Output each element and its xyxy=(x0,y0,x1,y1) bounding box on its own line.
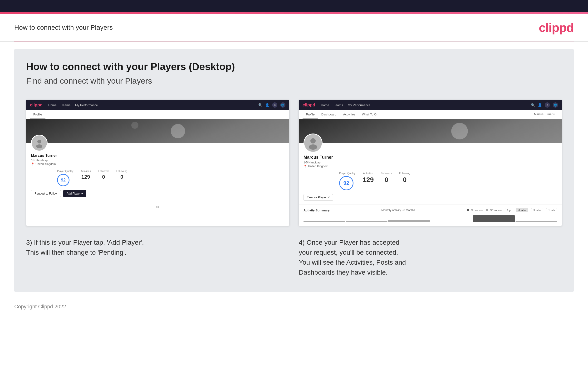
globe-icon-left[interactable]: 🌐 xyxy=(280,102,285,108)
stats-row-left: Player Quality 92 Activities 129 Followe… xyxy=(26,166,289,190)
chart-bar-1 xyxy=(303,221,345,222)
chart-bar-2 xyxy=(346,221,388,222)
chart-bar-3 xyxy=(388,220,430,223)
nav-home-left[interactable]: Home xyxy=(48,103,57,107)
followers-stat-right: Followers 0 xyxy=(381,172,392,184)
nav-performance-left[interactable]: My Performance xyxy=(75,103,98,107)
search-icon-left[interactable]: 🔍 xyxy=(258,103,262,107)
footer-text: Copyright Clippd 2022 xyxy=(14,304,66,309)
main-content: How to connect with your Players (Deskto… xyxy=(14,49,574,292)
avatar-right xyxy=(303,133,322,152)
app-logo-left: clippd xyxy=(30,103,43,108)
activities-stat-right: Activities 129 xyxy=(363,172,374,184)
screenshots-row: clippd Home Teams My Performance 🔍 👤 ⚙ 🌐… xyxy=(26,100,562,226)
nav-teams-right[interactable]: Teams xyxy=(334,103,343,107)
app-navbar-left: clippd Home Teams My Performance 🔍 👤 ⚙ 🌐 xyxy=(26,100,289,110)
globe-icon-right[interactable]: 🌐 xyxy=(553,102,558,108)
settings-icon-right[interactable]: ⚙ xyxy=(545,102,550,108)
player-location-right: 📍 United Kingdom xyxy=(303,165,557,168)
profile-section-left: Marcus Turner 1-5 Handicap 📍 United King… xyxy=(26,143,289,201)
player-handicap-right: 1-5 Handicap xyxy=(303,161,557,164)
main-subtitle: Find and connect with your Players xyxy=(26,76,562,85)
close-icon-remove: ✕ xyxy=(328,196,330,199)
period-1mth[interactable]: 1 mth xyxy=(546,208,557,212)
tab-what-to-on-right[interactable]: What To On xyxy=(359,110,381,119)
activity-period: Monthly Activity · 6 Months xyxy=(381,209,415,212)
descriptions-row: 3) If this is your Player tap, 'Add Play… xyxy=(26,238,562,277)
player-name-dropdown[interactable]: Marcus Turner ▾ xyxy=(531,110,558,119)
screenshot-left: clippd Home Teams My Performance 🔍 👤 ⚙ 🌐… xyxy=(26,100,289,226)
player-handicap-left: 1-5 Handicap xyxy=(31,159,285,162)
activity-controls: On course Off course 1 yr 6 mths 3 mths … xyxy=(467,208,557,212)
page-header: How to connect with your Players clippd xyxy=(0,14,588,42)
svg-point-3 xyxy=(309,144,317,150)
avatar-left xyxy=(31,135,48,151)
svg-point-1 xyxy=(36,144,42,148)
tab-profile-left[interactable]: Profile xyxy=(30,110,45,119)
description-right: 4) Once your Player has acceptedyour req… xyxy=(299,238,562,277)
user-icon-right[interactable]: 👤 xyxy=(538,103,542,107)
followers-stat-left: Followers 0 xyxy=(98,170,109,180)
period-6mths[interactable]: 6 mths xyxy=(516,208,528,212)
clippd-logo: clippd xyxy=(539,20,574,35)
add-player-button-left[interactable]: Add Player + xyxy=(63,190,86,197)
following-stat-left: Following 0 xyxy=(116,170,127,180)
footer: Copyright Clippd 2022 xyxy=(0,299,588,317)
hero-banner-left xyxy=(26,119,289,143)
svg-point-0 xyxy=(37,140,41,143)
chart-bar-4 xyxy=(431,222,472,222)
activities-stat-left: Activities 129 xyxy=(80,170,91,180)
search-icon-right[interactable]: 🔍 xyxy=(531,103,535,107)
user-icon-left[interactable]: 👤 xyxy=(265,103,269,107)
screenshot-right: clippd Home Teams My Performance 🔍 👤 ⚙ 🌐… xyxy=(299,100,562,226)
nav-icons-left: 🔍 👤 ⚙ 🌐 xyxy=(258,102,285,108)
player-quality-stat-right: Player Quality 92 xyxy=(339,172,355,190)
settings-icon-left[interactable]: ⚙ xyxy=(272,102,277,108)
edit-icon-left: ✏ xyxy=(156,204,160,210)
action-buttons-left: Request to Follow Add Player + xyxy=(26,190,289,201)
top-bar xyxy=(0,0,588,12)
player-name-right: Marcus Turner xyxy=(303,155,557,160)
chart-bar-5 xyxy=(473,215,515,222)
period-1yr[interactable]: 1 yr xyxy=(505,208,513,212)
profile-tabs-right: Profile Dashboard Activities What To On … xyxy=(299,110,562,119)
legend-dot-off-course xyxy=(486,209,488,211)
page-title: How to connect with your Players xyxy=(14,24,113,31)
player-name-left: Marcus Turner xyxy=(31,153,285,158)
profile-section-right: Marcus Turner 1-5 Handicap 📍 United King… xyxy=(299,143,562,226)
quality-circle-right: 92 xyxy=(339,176,354,190)
tab-profile-right[interactable]: Profile xyxy=(303,110,318,119)
legend-on-course: On course xyxy=(467,209,483,212)
player-quality-stat-left: Player Quality 92 xyxy=(57,170,73,186)
tab-dashboard-right[interactable]: Dashboard xyxy=(318,110,340,119)
hero-banner-right xyxy=(299,119,562,143)
nav-links-right: Home Teams My Performance xyxy=(321,103,370,107)
nav-performance-right[interactable]: My Performance xyxy=(348,103,370,107)
main-title: How to connect with your Players (Deskto… xyxy=(26,61,562,72)
chart-area xyxy=(303,215,557,222)
follow-button-left[interactable]: Request to Follow xyxy=(31,190,61,197)
location-icon-right: 📍 xyxy=(303,165,307,168)
nav-teams-left[interactable]: Teams xyxy=(61,103,70,107)
period-3mths[interactable]: 3 mths xyxy=(531,208,543,212)
screenshot-bottom-left: ✏ xyxy=(26,201,289,213)
svg-point-2 xyxy=(311,138,316,143)
tab-activities-right[interactable]: Activities xyxy=(340,110,358,119)
stats-row-right: Player Quality 92 Activities 129 Followe… xyxy=(299,168,562,194)
action-buttons-right: Remove Player ✕ xyxy=(299,194,562,205)
nav-links-left: Home Teams My Performance xyxy=(48,103,98,107)
app-navbar-right: clippd Home Teams My Performance 🔍 👤 ⚙ 🌐 xyxy=(299,100,562,110)
activity-header: Activity Summary Monthly Activity · 6 Mo… xyxy=(303,208,557,212)
activity-summary: Activity Summary Monthly Activity · 6 Mo… xyxy=(299,205,562,226)
header-divider xyxy=(14,42,574,42)
player-location-left: 📍 United Kingdom xyxy=(31,162,285,166)
description-left: 3) If this is your Player tap, 'Add Play… xyxy=(26,238,289,277)
tabs-group-right: Profile Dashboard Activities What To On xyxy=(303,110,381,119)
remove-player-button[interactable]: Remove Player ✕ xyxy=(303,194,333,201)
nav-home-right[interactable]: Home xyxy=(321,103,329,107)
profile-tabs-left: Profile xyxy=(26,110,289,119)
app-logo-right: clippd xyxy=(303,103,315,108)
legend-off-course: Off course xyxy=(486,209,502,212)
legend-dot-on-course xyxy=(467,209,469,211)
chart-bar-6 xyxy=(515,221,557,222)
